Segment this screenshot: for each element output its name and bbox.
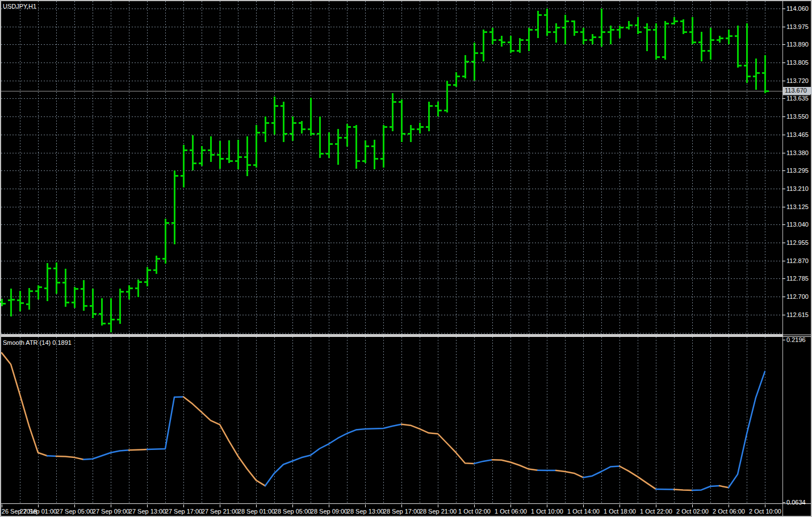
time-axis-label: 27 Sep 05:00: [56, 508, 93, 515]
time-axis-label: 27 Sep 13:00: [129, 508, 166, 515]
time-axis-label: 2 Oct 02:00: [676, 508, 709, 515]
price-axis-label: 113.465: [786, 131, 809, 138]
price-axis-label: 112.700: [786, 293, 809, 300]
indicator-axis-label: 0.0634: [786, 499, 806, 506]
time-axis-label: 27 Sep 21:00: [202, 508, 238, 515]
atr-falling-segment: [129, 449, 147, 450]
price-axis-label: 113.125: [786, 203, 809, 210]
time-axis-label: 28 Sep 05:00: [274, 508, 311, 515]
price-axis-label: 112.955: [786, 239, 809, 246]
price-axis-label: 113.805: [786, 59, 809, 66]
price-axis-label: 112.615: [786, 311, 809, 318]
time-axis-label: 1 Oct 22:00: [640, 508, 672, 515]
current-price-tag: 113.670: [783, 87, 812, 94]
mt4-chart-window: 114.060113.975113.890113.805113.720113.6…: [0, 0, 812, 517]
time-axis-label: 28 Sep 17:00: [383, 508, 420, 515]
time-axis-label: 28 Sep 21:00: [420, 508, 457, 515]
price-axis-label: 113.890: [786, 41, 809, 48]
price-axis-label: 113.635: [786, 95, 809, 102]
price-axis-label: 114.060: [786, 5, 809, 12]
atr-falling-segment: [674, 490, 692, 490]
time-axis-label: 1 Oct 18:00: [604, 508, 636, 515]
time-axis-label: 28 Sep 13:00: [347, 508, 384, 515]
price-axis-label: 113.720: [786, 77, 809, 84]
time-axis-label: 2 Oct 06:00: [713, 508, 745, 515]
time-axis-label: 1 Oct 02:00: [458, 508, 491, 515]
price-axis-label: 113.295: [786, 167, 809, 174]
time-axis-label: 27 Sep 17:00: [165, 508, 202, 515]
time-axis-label: 28 Sep 09:00: [311, 508, 348, 515]
price-axis-label: 113.550: [786, 113, 809, 120]
price-axis-label: 112.870: [786, 257, 809, 264]
time-axis-label: 2 Oct 10:00: [749, 508, 781, 515]
time-axis-label: 27 Sep 01:00: [20, 508, 57, 515]
time-axis-label: 1 Oct 06:00: [495, 508, 527, 515]
time-axis-label: 28 Sep 01:00: [238, 508, 275, 515]
symbol-timeframe-label: USDJPY,H1: [3, 3, 36, 10]
main-chart-panel[interactable]: [1, 1, 811, 334]
price-axis-label: 113.210: [786, 185, 809, 192]
price-axis-label: 113.040: [786, 221, 809, 228]
price-axis-label: 113.380: [786, 149, 809, 156]
time-axis-label: 1 Oct 10:00: [531, 508, 563, 515]
time-axis-label: 1 Oct 14:00: [567, 508, 600, 515]
atr-rising-segment: [656, 489, 674, 490]
atr-rising-segment: [47, 456, 56, 456]
indicator-name-label: Smooth ATR (14) 0.1891: [3, 339, 72, 346]
indicator-panel[interactable]: [1, 337, 811, 503]
indicator-axis-label: 0.2196: [786, 336, 806, 343]
chart-canvas[interactable]: 114.060113.975113.890113.805113.720113.6…: [0, 0, 812, 517]
price-axis-label: 113.975: [786, 23, 809, 30]
time-axis-label: 27 Sep 09:00: [93, 508, 129, 515]
price-axis-strip[interactable]: [782, 1, 811, 503]
price-axis-label: 112.785: [786, 275, 809, 282]
